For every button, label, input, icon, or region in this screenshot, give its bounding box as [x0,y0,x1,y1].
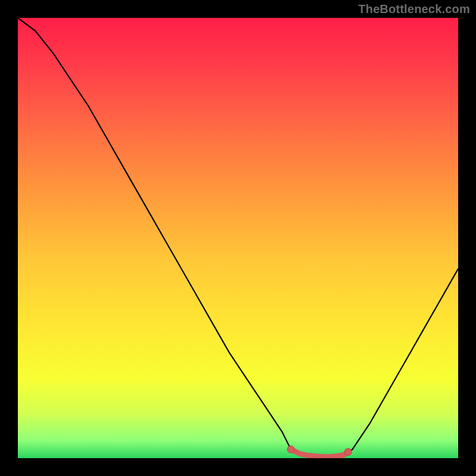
watermark-text: TheBottleneck.com [358,2,470,16]
chart-frame: TheBottleneck.com [0,0,476,476]
bottleneck-curve [18,18,458,457]
marker-endpoint [345,449,352,456]
marker-endpoint [287,446,295,453]
curve-layer [18,18,458,458]
optimal-range-marker [291,449,348,457]
plot-area [18,18,458,458]
